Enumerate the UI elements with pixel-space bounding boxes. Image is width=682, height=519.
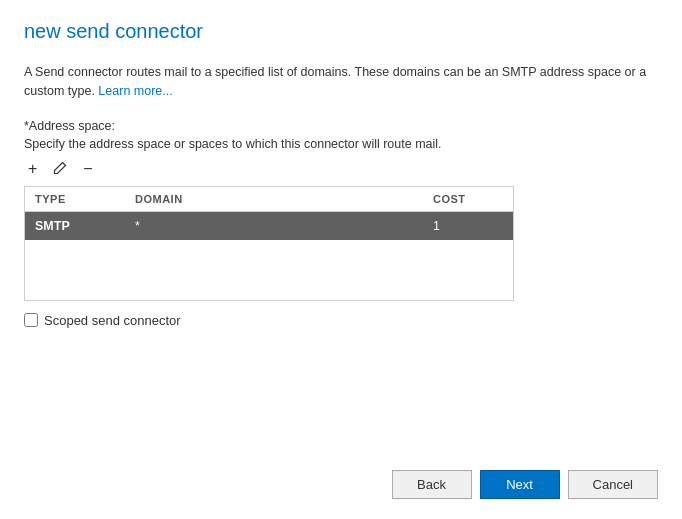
table-header: TYPE DOMAIN COST xyxy=(25,187,513,212)
scoped-checkbox[interactable] xyxy=(24,313,38,327)
cell-type: SMTP xyxy=(25,212,125,240)
scoped-label[interactable]: Scoped send connector xyxy=(44,313,181,328)
page-container: new send connector A Send connector rout… xyxy=(0,0,682,519)
col-type: TYPE xyxy=(25,187,125,211)
col-domain: DOMAIN xyxy=(125,187,423,211)
table-row[interactable]: SMTP * 1 xyxy=(25,212,513,240)
table-empty-area xyxy=(25,240,513,300)
add-button[interactable]: + xyxy=(24,159,41,179)
cancel-button[interactable]: Cancel xyxy=(568,470,658,499)
page-title: new send connector xyxy=(24,20,658,43)
description-text: A Send connector routes mail to a specif… xyxy=(24,63,658,101)
edit-icon xyxy=(53,161,67,175)
address-space-label: *Address space: xyxy=(24,119,658,133)
back-button[interactable]: Back xyxy=(392,470,472,499)
col-cost: COST xyxy=(423,187,513,211)
address-space-table: TYPE DOMAIN COST SMTP * 1 xyxy=(24,186,514,301)
remove-button[interactable]: − xyxy=(79,159,96,179)
edit-button[interactable] xyxy=(49,159,71,180)
cell-domain: * xyxy=(125,212,423,240)
toolbar: + − xyxy=(24,159,658,180)
next-button[interactable]: Next xyxy=(480,470,560,499)
footer-buttons: Back Next Cancel xyxy=(392,470,658,499)
address-space-desc: Specify the address space or spaces to w… xyxy=(24,137,658,151)
cell-cost: 1 xyxy=(423,212,513,240)
scoped-checkbox-row: Scoped send connector xyxy=(24,313,658,328)
learn-more-link[interactable]: Learn more... xyxy=(98,84,172,98)
